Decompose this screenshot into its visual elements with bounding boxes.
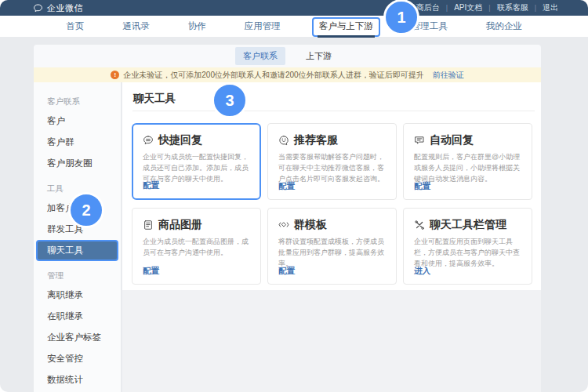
card-description: 当需要客服帮助解答客户问题时，可在聊天中主动推荐微信客服，客户点击名片即可向客服… bbox=[278, 152, 386, 185]
link-logout[interactable]: 退出 bbox=[543, 2, 558, 13]
configure-link[interactable]: 配置 bbox=[143, 180, 159, 191]
page-title: 聊天工具 bbox=[133, 92, 176, 106]
nav-tab-collaboration[interactable]: 协作 bbox=[188, 20, 206, 32]
nav-tab-customers-updown[interactable]: 客户与上下游 bbox=[319, 20, 373, 32]
card-header: 商品图册 bbox=[143, 218, 250, 232]
card-grid: 快捷回复 企业可为成员统一配置快捷回复，成员还可自己添加。添加后，成员可在与客户… bbox=[132, 123, 532, 285]
annotation-step-1: 1 bbox=[383, 0, 419, 35]
brand-name: 企业微信 bbox=[47, 2, 83, 14]
quick-reply-icon bbox=[143, 135, 154, 146]
sidebar: 客户联系 客户 客户群 客户朋友圈 工具 加客户 群发工具 聊天工具 管理 离职… bbox=[34, 82, 122, 392]
chat-toolbar-icon bbox=[414, 220, 425, 230]
enter-link[interactable]: 进入 bbox=[414, 266, 430, 277]
card-auto-reply: 自动回复 配置规则后，客户在群里@小助理或服务人员提问，小助理将根据关键词自动发… bbox=[403, 123, 532, 200]
card-chat-toolbar-management: 聊天工具栏管理 企业可配置应用页面到聊天工具栏，方便成员在与客户的聊天中查看和使… bbox=[403, 208, 532, 285]
configure-link[interactable]: 配置 bbox=[278, 266, 295, 277]
recommend-service-icon bbox=[278, 135, 289, 146]
configure-link[interactable]: 配置 bbox=[414, 181, 430, 192]
card-title: 群模板 bbox=[294, 218, 327, 232]
separator: | bbox=[535, 4, 536, 12]
tab-customer-contact[interactable]: 客户联系 bbox=[235, 47, 285, 65]
sidebar-item-customers[interactable]: 客户 bbox=[34, 111, 121, 132]
annotation-step-3: 3 bbox=[212, 82, 248, 118]
wechat-work-bubble-icon bbox=[33, 3, 43, 13]
sidebar-item-resigned-inheritance[interactable]: 离职继承 bbox=[34, 285, 121, 306]
annotation-step-2: 2 bbox=[68, 192, 104, 228]
active-tab-underline bbox=[318, 35, 375, 38]
group-template-icon bbox=[278, 220, 289, 230]
card-title: 推荐客服 bbox=[294, 133, 338, 147]
nav-tab-app-management[interactable]: 应用管理 bbox=[245, 20, 281, 32]
card-description: 企业可配置应用页面到聊天工具栏，方便成员在与客户的聊天中查看和使用，提高服务效率… bbox=[414, 237, 521, 270]
card-description: 将群设置项配置成模板，方便成员批量应用到客户群聊，提高服务效率。 bbox=[278, 237, 386, 270]
link-api-docs[interactable]: API文档 bbox=[454, 2, 482, 13]
card-title: 自动回复 bbox=[430, 133, 474, 147]
card-recommend-service: 推荐客服 当需要客服帮助解答客户问题时，可在聊天中主动推荐微信客服，客户点击名片… bbox=[267, 123, 397, 200]
main-nav: 首页 通讯录 协作 应用管理 客户与上下游 管理工具 我的企业 bbox=[0, 16, 588, 37]
card-header: 聊天工具栏管理 bbox=[414, 218, 521, 232]
card-title: 快捷回复 bbox=[158, 133, 202, 147]
go-verify-link[interactable]: 前往验证 bbox=[433, 70, 464, 81]
tab-upstream-downstream[interactable]: 上下游 bbox=[298, 47, 339, 65]
configure-link[interactable]: 配置 bbox=[278, 181, 295, 192]
nav-tab-contacts[interactable]: 通讯录 bbox=[122, 20, 150, 32]
sidebar-item-data-statistics[interactable]: 数据统计 bbox=[34, 369, 121, 390]
main-content: 聊天工具 快捷回复 企业可为成员统一配置快捷回复，成员还可自己添加。添加后，成员… bbox=[122, 82, 541, 392]
configure-link[interactable]: 配置 bbox=[143, 266, 159, 277]
banner-text: 企业未验证，仅可添加200位外部联系人和邀请200位外部联系人进群，验证后即可提… bbox=[123, 70, 423, 81]
card-title: 聊天工具栏管理 bbox=[430, 218, 506, 232]
sidebar-item-chat-tools[interactable]: 聊天工具 bbox=[36, 240, 118, 261]
title-divider bbox=[132, 111, 535, 111]
card-description: 企业为成员统一配置商品图册，成员可在与客户沟通中使用。 bbox=[143, 237, 250, 259]
card-quick-reply: 快捷回复 企业可为成员统一配置快捷回复，成员还可自己添加。添加后，成员可在与客户… bbox=[132, 123, 261, 200]
card-header: 快捷回复 bbox=[143, 133, 250, 147]
card-header: 群模板 bbox=[278, 218, 386, 232]
brand-logo[interactable]: 企业微信 bbox=[33, 2, 83, 14]
sidebar-item-customer-tags[interactable]: 企业客户标签 bbox=[34, 327, 121, 348]
sidebar-item-security-control[interactable]: 安全管控 bbox=[34, 348, 121, 369]
card-group-template: 群模板 将群设置项配置成模板，方便成员批量应用到客户群聊，提高服务效率。 配置 bbox=[267, 208, 397, 285]
verification-banner: ! 企业未验证，仅可添加200位外部联系人和邀请200位外部联系人进群，验证后即… bbox=[34, 67, 541, 82]
sidebar-item-customer-groups[interactable]: 客户群 bbox=[34, 132, 121, 153]
card-title: 商品图册 bbox=[158, 218, 202, 232]
product-album-icon bbox=[143, 220, 154, 230]
sidebar-item-customer-moments[interactable]: 客户朋友圈 bbox=[34, 153, 121, 174]
auto-reply-icon bbox=[414, 135, 425, 146]
card-header: 自动回复 bbox=[414, 133, 521, 147]
app-window: 企业微信 服务商后台 | API文档 | 联系客服 | 退出 首页 通讯录 协作… bbox=[0, 0, 588, 392]
nav-tab-label: 客户与上下游 bbox=[319, 21, 373, 31]
card-header: 推荐客服 bbox=[278, 133, 386, 147]
sidebar-section-customer-contact: 客户联系 bbox=[34, 92, 121, 111]
sub-tab-bar: 客户联系 上下游 bbox=[34, 45, 541, 67]
sidebar-section-management: 管理 bbox=[34, 266, 121, 285]
warning-icon: ! bbox=[111, 71, 119, 79]
nav-tab-home[interactable]: 首页 bbox=[66, 20, 84, 32]
separator: | bbox=[488, 4, 490, 12]
card-description: 配置规则后，客户在群里@小助理或服务人员提问，小助理将根据关键词自动发送消息内容… bbox=[414, 152, 521, 185]
top-bar: 企业微信 服务商后台 | API文档 | 联系客服 | 退出 bbox=[0, 0, 588, 16]
top-links: 服务商后台 | API文档 | 联系客服 | 退出 bbox=[401, 2, 558, 13]
separator: | bbox=[446, 4, 448, 12]
card-product-album: 商品图册 企业为成员统一配置商品图册，成员可在与客户沟通中使用。 配置 bbox=[132, 208, 261, 285]
sidebar-item-onjob-inheritance[interactable]: 在职继承 bbox=[34, 306, 121, 327]
link-contact-support[interactable]: 联系客服 bbox=[497, 2, 528, 13]
nav-tab-my-company[interactable]: 我的企业 bbox=[486, 20, 522, 32]
